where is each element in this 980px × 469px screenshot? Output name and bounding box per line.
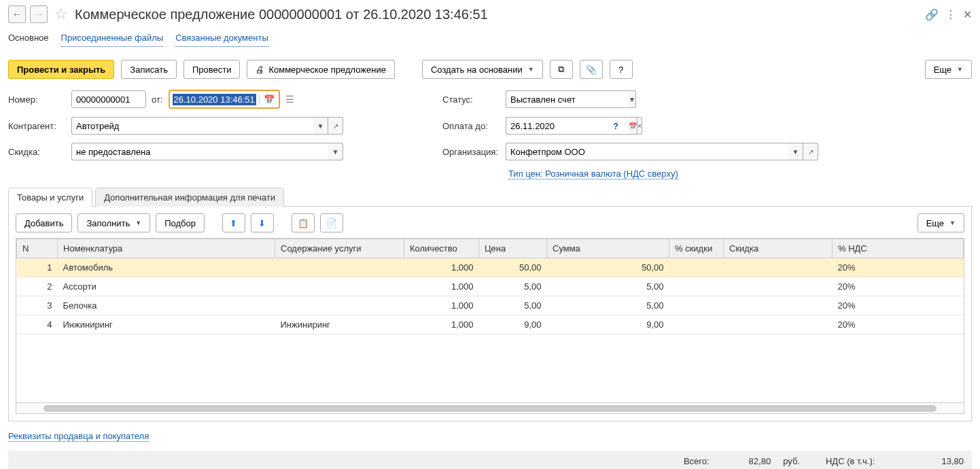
paydue-help-icon[interactable]: ? [613,121,618,131]
save-button[interactable]: Записать [121,60,177,79]
cell-disc-pct[interactable] [669,258,724,277]
col-nomen[interactable]: Номенклатура [58,239,275,258]
contractor-dropdown-button[interactable]: ▼ [313,117,328,135]
favorite-star-icon[interactable]: ☆ [54,5,68,23]
horizontal-scrollbar[interactable] [16,402,964,413]
cell-disc[interactable] [724,277,833,296]
col-vat[interactable]: % НДС [833,239,964,258]
discount-dropdown-button[interactable]: ▼ [328,143,343,160]
tab-attached-files[interactable]: Присоединенные файлы [61,30,164,47]
post-and-close-button[interactable]: Провести и закрыть [8,60,114,79]
cell-disc[interactable] [724,315,833,334]
list-icon[interactable]: ☰ [285,94,294,105]
cell-nomen[interactable]: Ассорти [58,277,275,296]
cell-price[interactable]: 9,00 [479,315,547,334]
cell-qty[interactable]: 1,000 [404,315,479,334]
pick-button[interactable]: Подбор [156,213,205,232]
cell-vat[interactable]: 20% [833,258,964,277]
cell-sum[interactable]: 9,00 [547,315,669,334]
close-icon[interactable]: ✕ [963,8,972,21]
cell-content[interactable] [275,296,404,315]
paydue-clear-button[interactable]: × [637,117,642,135]
cell-n[interactable]: 2 [17,277,58,296]
cell-vat[interactable]: 20% [833,296,964,315]
tab-print-info[interactable]: Дополнительная информация для печати [95,188,284,207]
cell-disc[interactable] [724,296,833,315]
date-input[interactable]: 26.10.2020 13:46:51 📅 [169,90,280,109]
tab-main[interactable]: Основное [8,30,49,47]
cell-disc-pct[interactable] [669,277,724,296]
cell-nomen[interactable]: Автомобиль [58,258,275,277]
cell-disc-pct[interactable] [669,315,724,334]
tab-related-docs[interactable]: Связанные документы [175,30,268,47]
contractor-open-button[interactable]: ↗ [328,117,343,135]
cell-vat[interactable]: 20% [833,315,964,334]
move-down-button[interactable]: ⬇ [251,213,274,232]
cell-n[interactable]: 1 [17,258,58,277]
cell-n[interactable]: 4 [17,315,58,334]
paste-button[interactable]: 📄 [320,213,343,232]
org-dropdown-button[interactable]: ▼ [788,143,803,160]
cell-price[interactable]: 5,00 [479,296,547,315]
link-icon[interactable]: 🔗 [925,8,939,21]
create-on-basis-button[interactable]: Создать на основании ▼ [422,60,543,79]
cell-vat[interactable]: 20% [833,277,964,296]
table-row[interactable]: 3Белочка1,0005,005,0020% [17,296,964,315]
cell-content[interactable] [275,258,404,277]
calendar-icon[interactable]: 📅 [259,94,279,105]
col-disc-pct[interactable]: % скидки [669,239,724,258]
number-input[interactable] [71,90,146,108]
cell-sum[interactable]: 5,00 [547,296,669,315]
paydue-calendar-button[interactable]: 📅 [629,117,637,135]
goods-table[interactable]: N Номенклатура Содержание услуги Количес… [16,239,964,334]
copy-button[interactable]: 📋 [292,213,315,232]
table-more-button[interactable]: Еще ▼ [917,213,964,232]
cell-sum[interactable]: 5,00 [547,277,669,296]
structure-button[interactable]: ⧉ [550,60,573,79]
move-up-button[interactable]: ⬆ [222,213,245,232]
col-price[interactable]: Цена [479,239,547,258]
cell-nomen[interactable]: Инжиниринг [58,315,275,334]
table-row[interactable]: 2Ассорти1,0005,005,0020% [17,277,964,296]
cell-content[interactable] [275,277,404,296]
nav-back-button[interactable]: ← [8,5,26,23]
table-row[interactable]: 1Автомобиль1,00050,0050,0020% [17,258,964,277]
cell-n[interactable]: 3 [17,296,58,315]
cell-qty[interactable]: 1,000 [404,277,479,296]
help-button[interactable]: ? [610,60,633,79]
cell-qty[interactable]: 1,000 [404,296,479,315]
cell-sum[interactable]: 50,00 [547,258,669,277]
attachment-button[interactable]: 📎 [580,60,603,79]
col-n[interactable]: N [17,239,58,258]
col-content[interactable]: Содержание услуги [275,239,404,258]
seller-buyer-details-link[interactable]: Реквизиты продавца и покупателя [8,431,149,442]
tab-goods-services[interactable]: Товары и услуги [8,188,92,207]
cell-disc[interactable] [724,258,833,277]
col-qty[interactable]: Количество [404,239,479,258]
status-dropdown-button[interactable]: ▼ [629,90,636,108]
discount-input[interactable] [71,143,328,160]
more-vert-icon[interactable]: ⋮ [945,8,956,21]
org-input[interactable] [506,143,788,160]
cell-price[interactable]: 50,00 [479,258,547,277]
status-input[interactable] [506,90,629,108]
chevron-down-icon: ▼ [957,66,963,73]
add-row-button[interactable]: Добавить [16,213,72,232]
cell-content[interactable]: Инжиниринг [275,315,404,334]
post-button[interactable]: Провести [183,60,241,79]
cell-nomen[interactable]: Белочка [58,296,275,315]
cell-qty[interactable]: 1,000 [404,258,479,277]
col-sum[interactable]: Сумма [547,239,669,258]
col-disc[interactable]: Скидка [724,239,833,258]
contractor-input[interactable] [71,117,313,135]
nav-forward-button[interactable]: → [30,5,48,23]
cell-price[interactable]: 5,00 [479,277,547,296]
table-row[interactable]: 4ИнжинирингИнжиниринг1,0009,009,0020% [17,315,964,334]
fill-button[interactable]: Заполнить ▼ [77,213,150,232]
cell-disc-pct[interactable] [669,296,724,315]
print-offer-button[interactable]: 🖨 Коммерческое предложение [247,60,394,79]
price-type-link[interactable]: Тип цен: Розничная валюта (НДС сверху) [508,169,678,179]
toolbar-more-button[interactable]: Еще ▼ [925,60,972,79]
org-open-button[interactable]: ↗ [803,143,818,160]
paydue-input[interactable] [506,117,629,135]
